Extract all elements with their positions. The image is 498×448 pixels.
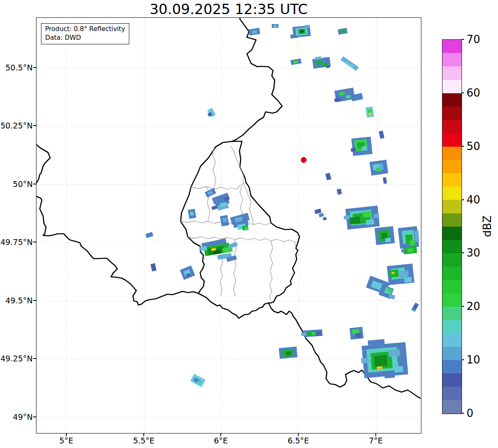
radar-echo-cell [383,177,387,184]
x-tick-mark [298,433,298,436]
x-tick-mark [66,433,66,436]
radar-echo-cell [207,108,216,117]
colorbar-segment [442,133,462,146]
colorbar-segment [442,53,462,66]
colorbar-unit-label: dBZ [480,206,494,247]
map-canvas [36,18,421,433]
colorbar-tick-label: 40 [467,193,491,207]
border-luxembourg-france [198,293,268,318]
colorbar-segment [442,107,462,120]
colorbar-segment [442,66,462,80]
radar-echo-cell [319,213,324,217]
radar-figure: 30.09.2025 12:35 UTC [0,0,498,448]
colorbar-segment [442,333,462,346]
radar-echo-layer [145,24,419,387]
colorbar-tick-mark [462,252,464,253]
radar-echo-cell [145,232,153,238]
y-tick-mark [33,242,36,242]
colorbar-segment [442,80,462,93]
product-info-box: Product: 0.8° Reflectivity Data: DWD [41,23,129,44]
radar-echo-cell [312,332,316,335]
colorbar-tick-label: 60 [467,86,491,100]
radar-echo-cell [384,373,395,378]
y-tick-label: 49.5°N [0,295,33,306]
colorbar-segment [442,387,462,400]
y-tick-label: 50.5°N [0,62,33,73]
x-tick-label: 6.5°E [278,436,319,446]
colorbar-segment [442,147,462,160]
y-tick-mark [33,300,36,300]
y-tick-mark [33,417,36,417]
colorbar-segment [442,400,462,413]
radar-echo-cell [305,24,310,28]
colorbar-segment [442,93,462,107]
colorbar-segment [442,227,462,240]
colorbar-tick-label: 30 [467,246,491,260]
x-tick-label: 5.5°E [123,436,164,446]
radar-echo-cell [363,211,372,218]
colorbar-segment [442,173,462,186]
radar-echo-cell [222,218,227,222]
colorbar-tick-label: 0 [467,406,491,420]
colorbar-tick-label: 70 [467,32,491,46]
radar-echo-cell [404,277,412,283]
border-france-belgium-bump [36,145,50,183]
radar-echo-cell [374,213,380,218]
radar-echo-cell [392,272,394,274]
radar-echo-cell [300,30,304,33]
figure-title: 30.09.2025 12:35 UTC [36,1,421,17]
x-tick-label: 7°E [355,436,396,446]
radar-echo-cell [388,349,400,357]
map-plot-area: Product: 0.8° Reflectivity Data: DWD [36,17,421,433]
colorbar-segment [442,240,462,253]
y-tick-label: 49.75°N [0,237,33,247]
radar-echo-cell [379,368,382,371]
y-tick-mark [33,67,36,68]
colorbar-segment [442,347,462,360]
radar-echo-cell [361,358,369,363]
colorbar-tick-label: 10 [467,353,491,367]
colorbar-segment [442,266,462,280]
x-tick-mark [143,433,144,436]
y-tick-mark [33,125,36,126]
radar-echo-cell [385,237,391,242]
y-tick-mark [33,184,36,184]
radar-echo-cell [399,270,409,278]
radar-echo-cell [190,211,193,216]
colorbar-tick-mark [462,39,464,39]
colorbar-segment [442,293,462,307]
x-tick-label: 6°E [200,436,242,446]
radar-echo-cell [314,208,322,214]
y-tick-label: 50.25°N [0,120,33,131]
colorbar-segment [442,307,462,320]
radar-echo-cell [401,249,406,252]
radar-echo-cell [273,25,277,27]
radar-echo-cell [362,146,367,150]
radar-echo-cell [325,173,331,180]
colorbar-segment [442,360,462,373]
radar-site-marker [301,157,307,163]
radar-echo-cell [409,240,415,245]
radar-echo-cell [394,366,403,373]
colorbar-tick-label: 20 [467,299,491,313]
colorbar-tick-mark [462,359,464,360]
radar-echo-cell [374,355,387,367]
colorbar-tick-mark [462,306,464,306]
radar-echo-cell [337,189,342,195]
data-source-line: Data: DWD [45,34,125,42]
radar-echo-cell [252,30,257,34]
colorbar-segment [442,373,462,387]
colorbar-segment [442,213,462,227]
radar-echo-cell [408,248,414,252]
colorbar-tick-mark [462,199,464,200]
radar-echo-cell [369,113,372,115]
colorbar-segment [442,40,462,53]
x-tick-mark [375,433,376,436]
x-tick-mark [220,433,221,436]
x-tick-label: 5°E [46,436,87,446]
product-info-line: Product: 0.8° Reflectivity [45,25,125,34]
colorbar-tick-label: 50 [467,139,491,153]
colorbar-segment [442,320,462,333]
radar-echo-cell [316,332,322,336]
colorbar-segment [442,186,462,200]
